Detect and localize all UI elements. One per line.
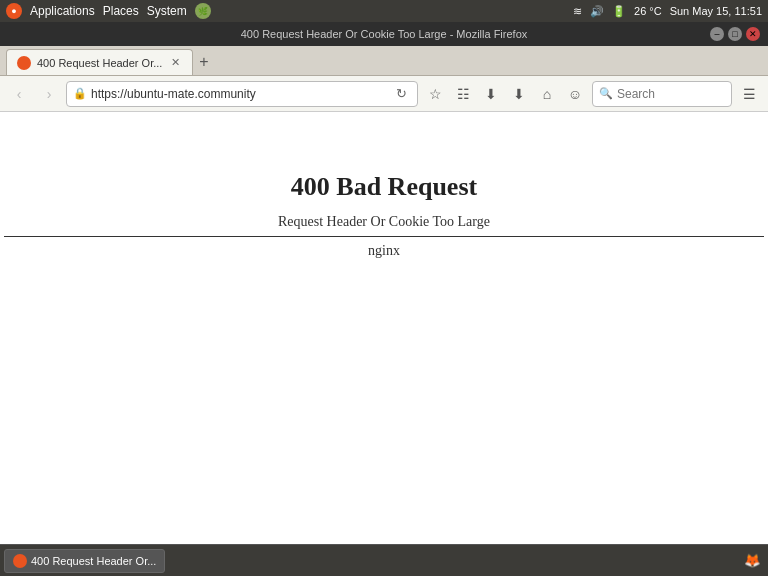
minimize-button[interactable]: – [710, 27, 724, 41]
applications-menu[interactable]: Applications [30, 4, 95, 18]
reload-icon: ↻ [396, 86, 407, 101]
tab-close-button[interactable]: ✕ [168, 56, 182, 70]
taskbar: 400 Request Header Or... 🦊 [0, 544, 768, 576]
home-icon: ⌂ [543, 86, 551, 102]
network-icon: ≋ [573, 5, 582, 18]
address-bar[interactable]: 🔒 ↻ [66, 81, 418, 107]
window-title: 400 Request Header Or Cookie Too Large -… [58, 28, 710, 40]
error-server: nginx [4, 243, 764, 259]
address-input[interactable] [91, 87, 387, 101]
tab-label: 400 Request Header Or... [37, 57, 162, 69]
window-controls: – □ ✕ [710, 27, 760, 41]
battery-icon: 🔋 [612, 5, 626, 18]
menu-icon: ☰ [743, 86, 756, 102]
forward-button[interactable]: › [36, 81, 62, 107]
tab-favicon [17, 56, 31, 70]
taskbar-favicon [13, 554, 27, 568]
mate-logo: 🌿 [195, 3, 211, 19]
error-subtitle: Request Header Or Cookie Too Large [4, 214, 764, 230]
emoji-button[interactable]: ☺ [562, 81, 588, 107]
back-button[interactable]: ‹ [6, 81, 32, 107]
title-bar: 400 Request Header Or Cookie Too Large -… [0, 22, 768, 46]
taskbar-app-button[interactable]: 400 Request Header Or... [4, 549, 165, 573]
reader-icon: ☷ [457, 86, 470, 102]
reload-button[interactable]: ↻ [391, 84, 411, 104]
bookmark-button[interactable]: ☆ [422, 81, 448, 107]
download-icon: ⬇ [513, 86, 525, 102]
taskbar-right: 🦊 [740, 549, 764, 573]
system-bar: ● Applications Places System 🌿 ≋ 🔊 🔋 26 … [0, 0, 768, 22]
lock-icon: 🔒 [73, 87, 87, 100]
bookmark-icon: ☆ [429, 86, 442, 102]
pocket-icon: ⬇ [485, 86, 497, 102]
error-block: 400 Bad Request Request Header Or Cookie… [4, 172, 764, 259]
forward-icon: › [47, 86, 52, 102]
emoji-icon: ☺ [568, 86, 582, 102]
browser-window: 400 Request Header Or Cookie Too Large -… [0, 22, 768, 544]
taskbar-app-label: 400 Request Header Or... [31, 555, 156, 567]
temperature: 26 °C [634, 5, 662, 17]
ubuntu-logo: ● [6, 3, 22, 19]
system-bar-right: ≋ 🔊 🔋 26 °C Sun May 15, 11:51 [573, 5, 762, 18]
tab-bar: 400 Request Header Or... ✕ + [0, 46, 768, 76]
toolbar-icons: ☆ ☷ ⬇ ⬇ ⌂ ☺ [422, 81, 588, 107]
reader-button[interactable]: ☷ [450, 81, 476, 107]
search-icon: 🔍 [599, 87, 613, 100]
menu-button[interactable]: ☰ [736, 81, 762, 107]
error-title: 400 Bad Request [4, 172, 764, 202]
active-tab[interactable]: 400 Request Header Or... ✕ [6, 49, 193, 75]
system-bar-left: ● Applications Places System 🌿 [6, 3, 211, 19]
error-divider [4, 236, 764, 237]
places-menu[interactable]: Places [103, 4, 139, 18]
taskbar-ff-icon[interactable]: 🦊 [740, 549, 764, 573]
download-button[interactable]: ⬇ [506, 81, 532, 107]
firefox-icon: 🦊 [744, 553, 761, 568]
search-bar[interactable]: 🔍 [592, 81, 732, 107]
system-menu[interactable]: System [147, 4, 187, 18]
datetime: Sun May 15, 11:51 [670, 5, 762, 17]
pocket-button[interactable]: ⬇ [478, 81, 504, 107]
new-tab-button[interactable]: + [193, 49, 214, 75]
back-icon: ‹ [17, 86, 22, 102]
volume-icon: 🔊 [590, 5, 604, 18]
nav-bar: ‹ › 🔒 ↻ ☆ ☷ ⬇ ⬇ ⌂ [0, 76, 768, 112]
home-button[interactable]: ⌂ [534, 81, 560, 107]
browser-content: 400 Bad Request Request Header Or Cookie… [0, 112, 768, 544]
maximize-button[interactable]: □ [728, 27, 742, 41]
close-button[interactable]: ✕ [746, 27, 760, 41]
